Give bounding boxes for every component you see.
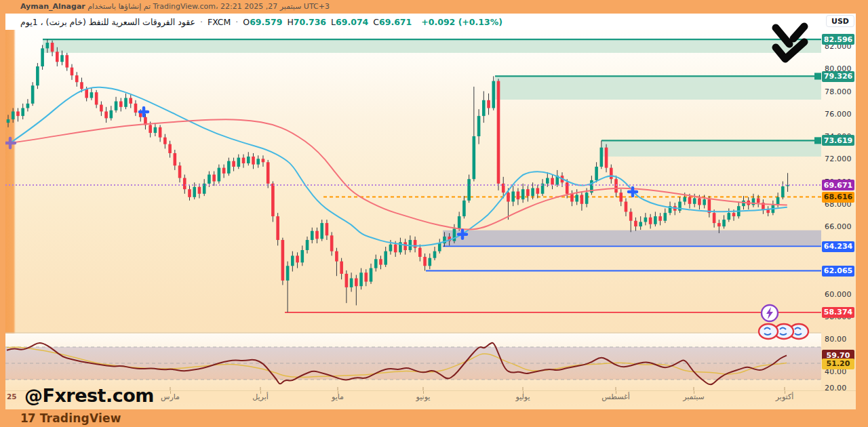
candle: [315, 231, 319, 239]
candle: [458, 216, 461, 228]
candle: [163, 138, 167, 144]
price-chart[interactable]: [5, 30, 821, 390]
candle: [149, 125, 152, 133]
candle: [644, 218, 648, 222]
candle: [46, 43, 50, 48]
ohlc-item: O69.579: [243, 17, 282, 27]
supply-zone[interactable]: [601, 140, 821, 157]
ohlc-item: C69.671: [373, 17, 412, 27]
currency-toggle-button[interactable]: USD: [826, 15, 854, 27]
price-badge: 79.326: [822, 71, 854, 82]
candle: [276, 216, 279, 240]
candle: [649, 218, 652, 224]
candle: [766, 209, 770, 213]
candle: [634, 221, 637, 226]
price-axis[interactable]: 82.00080.00078.00076.00074.00072.00070.0…: [821, 30, 856, 390]
candle: [757, 199, 760, 203]
candle: [159, 127, 162, 138]
zone-handle[interactable]: [814, 73, 821, 79]
candle: [600, 148, 604, 167]
candle: [364, 272, 368, 281]
candle: [703, 199, 706, 205]
candle: [414, 240, 417, 248]
ohlc-item: H70.736: [287, 17, 326, 27]
candle: [610, 168, 613, 180]
price-badge: 82.596: [822, 34, 854, 45]
x-logo-icon: [770, 22, 810, 66]
candle: [403, 242, 407, 250]
candle: [693, 199, 696, 204]
candle: [497, 81, 500, 184]
candle: [75, 75, 79, 82]
candle: [232, 161, 235, 167]
candle: [330, 235, 334, 251]
candle: [237, 158, 241, 167]
candle: [51, 43, 54, 52]
candle: [698, 199, 701, 205]
candle: [551, 178, 554, 185]
candle: [110, 110, 113, 119]
candle: [728, 213, 731, 220]
candle: [311, 231, 314, 240]
candle: [722, 220, 726, 226]
candle: [212, 175, 216, 182]
ma-fast-line[interactable]: [10, 87, 787, 246]
price-badge: 73.619: [822, 135, 854, 146]
candle: [717, 223, 721, 226]
candle: [242, 158, 245, 163]
candle: [776, 197, 780, 205]
candle: [517, 192, 520, 200]
candle: [335, 251, 338, 262]
candle: [262, 159, 265, 162]
tradingview-logo-icon[interactable]: 17: [20, 411, 35, 425]
price-badge: 58.374: [822, 307, 854, 318]
chart-card: عقود الفروقات السعرية للنفط (خام برنت) ،…: [5, 14, 856, 409]
candle: [21, 108, 24, 116]
candle: [26, 104, 30, 108]
price-axis-label: 78.000: [825, 87, 852, 96]
candle: [487, 100, 490, 108]
demand-zone[interactable]: [443, 230, 821, 247]
candle: [100, 104, 103, 111]
candle: [227, 161, 231, 174]
candle: [188, 189, 191, 197]
candle: [256, 159, 260, 164]
zone-handle[interactable]: [814, 137, 821, 144]
year-label: 25: [7, 392, 17, 401]
candle: [585, 192, 589, 204]
candle: [154, 127, 157, 133]
candle: [326, 223, 329, 235]
candle: [511, 192, 515, 202]
candle: [281, 240, 285, 281]
supply-zone[interactable]: [495, 76, 821, 100]
candle: [320, 223, 323, 239]
candle: [732, 213, 736, 216]
left-edge-strip: [5, 30, 16, 333]
candle: [71, 68, 74, 76]
candle: [742, 201, 745, 206]
candle: [619, 192, 623, 201]
candle: [433, 251, 437, 258]
attribution: Ayman_Alnagar تم إنشاؤها باستخدام Tradin…: [20, 2, 330, 11]
candle: [16, 111, 20, 116]
candle: [119, 101, 123, 106]
candle: [688, 197, 692, 204]
candle: [296, 256, 299, 262]
candle: [41, 48, 44, 66]
supply-zone[interactable]: [43, 39, 821, 53]
candle: [566, 182, 569, 194]
candle: [713, 213, 716, 223]
candle: [115, 101, 118, 110]
footer-bar: 17 TradingView: [0, 409, 868, 427]
candle: [614, 179, 618, 192]
attribution-author: Ayman_Alnagar: [20, 2, 85, 11]
candle: [477, 116, 481, 136]
candle: [389, 245, 393, 251]
candle: [531, 188, 534, 197]
candle: [7, 119, 10, 123]
tradingview-brand[interactable]: TradingView: [40, 411, 121, 425]
candle: [291, 256, 294, 266]
candle: [178, 165, 182, 178]
candle: [379, 259, 382, 264]
candle: [12, 111, 15, 119]
